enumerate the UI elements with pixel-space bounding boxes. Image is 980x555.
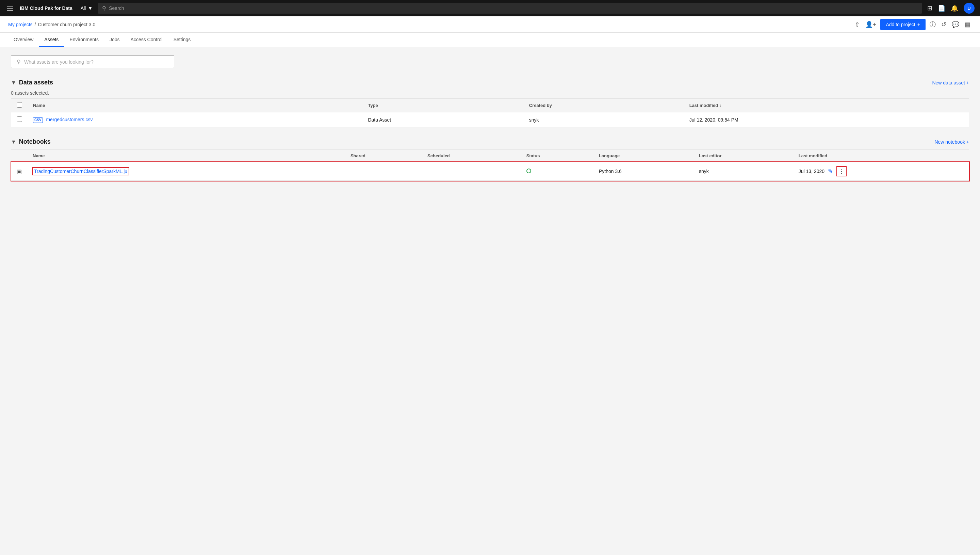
- col-last-modified: Last modified ↓: [684, 99, 969, 112]
- tab-overview[interactable]: Overview: [8, 33, 39, 47]
- tab-access-control[interactable]: Access Control: [125, 33, 168, 47]
- csv-badge: CSV: [33, 117, 43, 123]
- notebook-name-link[interactable]: TradingCustomerChurnClassifierSparkML.ju: [33, 168, 129, 175]
- edit-button[interactable]: ✎: [827, 167, 834, 176]
- main-content: ⚲ ▼ Data assets New data asset + 0 asset…: [0, 47, 980, 200]
- info-icon[interactable]: ⓘ: [928, 19, 937, 30]
- row-actions: ✎ ⋮: [827, 166, 847, 176]
- tab-settings[interactable]: Settings: [168, 33, 196, 47]
- data-asset-name-link[interactable]: mergedcustomers.csv: [46, 117, 93, 122]
- data-assets-header-row: Name Type Created by Last modified ↓: [11, 99, 969, 112]
- table-row: ▣ TradingCustomerChurnClassifierSparkML.…: [11, 162, 969, 181]
- data-assets-header: ▼ Data assets New data asset +: [11, 79, 969, 86]
- nb-col-shared: Shared: [345, 150, 422, 162]
- row-checkbox[interactable]: [17, 116, 22, 122]
- nb-shared-cell: [345, 162, 422, 181]
- notebook-icon: ▣: [17, 168, 22, 174]
- notebooks-title: Notebooks: [19, 138, 51, 145]
- nb-col-checkbox: [11, 150, 27, 162]
- data-asset-created-by-cell: snyk: [524, 112, 684, 127]
- row-checkbox-cell: [11, 112, 28, 127]
- tab-assets[interactable]: Assets: [39, 33, 64, 47]
- more-actions-button[interactable]: ⋮: [836, 166, 847, 176]
- chevron-down-icon: ▼: [88, 5, 93, 11]
- global-search-bar: ⚲: [98, 3, 922, 14]
- all-dropdown[interactable]: All ▼: [78, 4, 95, 12]
- assets-selected-info: 0 assets selected.: [11, 90, 969, 96]
- nb-col-language: Language: [593, 150, 694, 162]
- brand-logo: IBM Cloud Pak for Data: [20, 5, 72, 11]
- select-all-checkbox[interactable]: [17, 102, 22, 107]
- data-assets-collapse-icon[interactable]: ▼: [11, 80, 16, 86]
- hamburger-menu[interactable]: [5, 5, 14, 12]
- new-notebook-link[interactable]: New notebook +: [934, 139, 969, 145]
- compare-icon[interactable]: ▦: [963, 19, 972, 30]
- notebooks-header-row: Name Shared Scheduled Status Language La…: [11, 150, 969, 162]
- data-assets-table: Name Type Created by Last modified ↓: [11, 98, 969, 127]
- nb-language-cell: Python 3.6: [593, 162, 694, 181]
- search-icon: ⚲: [17, 59, 21, 65]
- comments-icon[interactable]: 💬: [950, 19, 961, 30]
- breadcrumb-separator: /: [35, 22, 36, 27]
- notifications-icon[interactable]: 🔔: [951, 5, 958, 12]
- my-projects-link[interactable]: My projects: [8, 22, 33, 27]
- brand-name: IBM Cloud Pak for Data: [20, 5, 72, 11]
- history-icon[interactable]: ↺: [940, 19, 948, 30]
- tab-navigation: Overview Assets Environments Jobs Access…: [0, 33, 980, 47]
- col-name: Name: [27, 99, 362, 112]
- add-to-project-button[interactable]: Add to project +: [880, 19, 926, 30]
- search-input[interactable]: [109, 5, 918, 11]
- asset-search-bar: ⚲: [11, 56, 174, 68]
- document-icon[interactable]: 📄: [938, 5, 945, 12]
- upload-button[interactable]: ⇧: [854, 19, 861, 30]
- search-icon: ⚲: [102, 5, 106, 11]
- tab-environments[interactable]: Environments: [64, 33, 104, 47]
- avatar[interactable]: U: [964, 3, 975, 14]
- sub-navigation: My projects / Customer churn project 3.0…: [0, 16, 980, 33]
- nb-last-editor-cell: snyk: [694, 162, 793, 181]
- tab-jobs[interactable]: Jobs: [104, 33, 125, 47]
- data-asset-type-cell: Data Asset: [362, 112, 523, 127]
- search-area: All ▼ ⚲: [78, 3, 922, 14]
- table-row: CSV mergedcustomers.csv Data Asset snyk …: [11, 112, 969, 127]
- notebooks-header: ▼ Notebooks New notebook +: [11, 138, 969, 145]
- nb-col-last-modified: Last modified: [793, 150, 969, 162]
- data-assets-title-wrap: ▼ Data assets: [11, 79, 53, 86]
- new-data-asset-link[interactable]: New data asset +: [932, 80, 969, 85]
- nb-col-last-editor: Last editor: [694, 150, 793, 162]
- notebook-name-cell: TradingCustomerChurnClassifierSparkML.ju: [27, 162, 345, 181]
- notebooks-collapse-icon[interactable]: ▼: [11, 139, 16, 145]
- data-assets-title: Data assets: [19, 79, 53, 86]
- subnav-actions: ⇧ 👤+ Add to project + ⓘ ↺ 💬 ▦: [854, 19, 972, 30]
- add-user-button[interactable]: 👤+: [864, 19, 878, 30]
- nb-col-name: Name: [27, 150, 345, 162]
- nb-row-checkbox-cell: ▣: [11, 162, 27, 181]
- sort-icon[interactable]: ↓: [719, 103, 722, 108]
- data-asset-name-cell: CSV mergedcustomers.csv: [27, 112, 362, 127]
- nb-col-status: Status: [521, 150, 593, 162]
- nb-status-cell: [521, 162, 593, 181]
- project-name: Customer churn project 3.0: [38, 22, 95, 27]
- status-active-dot: [526, 168, 531, 173]
- notebooks-table: Name Shared Scheduled Status Language La…: [11, 149, 969, 181]
- header-checkbox-cell: [11, 99, 28, 112]
- nb-scheduled-cell: [422, 162, 521, 181]
- col-type: Type: [362, 99, 523, 112]
- col-created-by: Created by: [524, 99, 684, 112]
- top-navigation: IBM Cloud Pak for Data All ▼ ⚲ ⊞ 📄 🔔 U: [0, 0, 980, 16]
- grid-icon[interactable]: ⊞: [927, 5, 932, 12]
- data-assets-section: ▼ Data assets New data asset + 0 assets …: [11, 79, 969, 127]
- asset-search-input[interactable]: [24, 59, 168, 65]
- breadcrumb: My projects / Customer churn project 3.0: [8, 22, 851, 27]
- nb-last-modified-cell: Jul 13, 2020 ✎ ⋮: [793, 162, 969, 181]
- topnav-actions: ⊞ 📄 🔔 U: [927, 3, 975, 14]
- notebooks-section: ▼ Notebooks New notebook + Name Shared S…: [11, 138, 969, 181]
- data-asset-last-modified-cell: Jul 12, 2020, 09:54 PM: [684, 112, 969, 127]
- notebooks-title-wrap: ▼ Notebooks: [11, 138, 51, 145]
- nb-col-scheduled: Scheduled: [422, 150, 521, 162]
